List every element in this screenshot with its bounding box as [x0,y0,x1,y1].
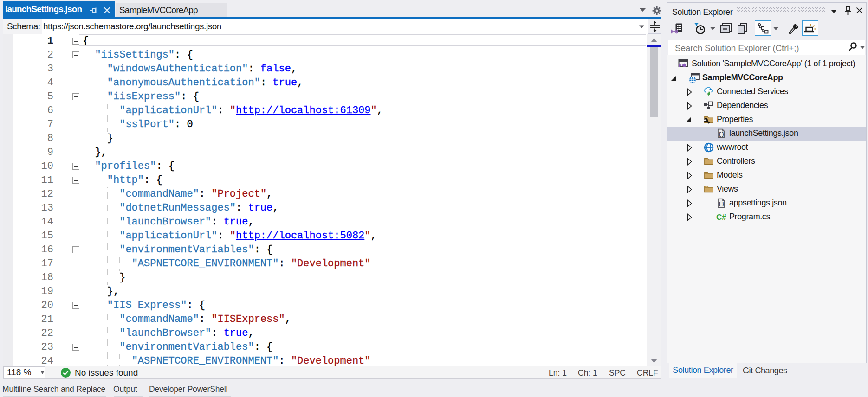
svg-text:{}: {} [719,201,725,207]
svg-text:C#: C# [716,213,726,222]
svg-text:{}: {} [719,132,725,137]
